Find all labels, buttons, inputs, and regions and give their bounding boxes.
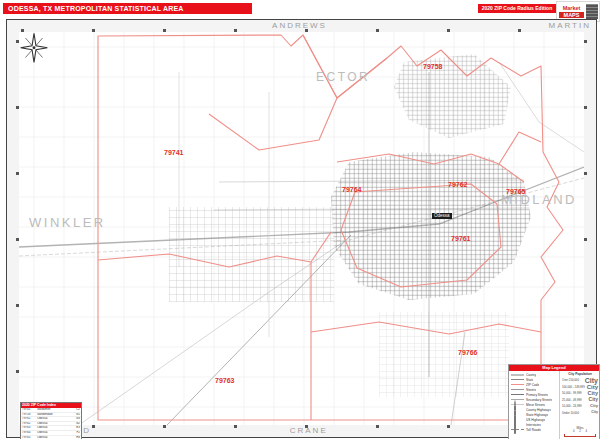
city-size-sample: City: [591, 411, 598, 415]
legend-body: County State ZIP Code Streets Primary St…: [509, 371, 599, 439]
grid-cell: F2: [72, 431, 81, 435]
population-range: Over 250,000: [562, 378, 579, 382]
grid-cell: E3: [72, 426, 81, 430]
south-odessa-area: [379, 312, 509, 397]
page-title: ODESSA, TX METROPOLITAN STATISTICAL AREA: [3, 3, 252, 14]
zip-label-79761: 79761: [451, 235, 470, 242]
brand-logo-line2: MAPS: [559, 12, 584, 18]
map-canvas: 79741 79758 79764 79762 79765 79761 7976…: [19, 32, 584, 425]
zip-line-sample: [511, 384, 524, 385]
zip-label-79758: 79758: [423, 63, 442, 70]
city-size-sample: City: [589, 397, 598, 402]
zip-cell: 79741: [21, 408, 37, 412]
county-label-winkler: WINKLER: [29, 215, 106, 230]
zip-label-79764: 79764: [342, 186, 361, 193]
adjacent-county-crane: CRANE: [290, 426, 328, 435]
zip-cell: 79758: [21, 413, 37, 417]
zip-cell: 79763: [21, 426, 37, 430]
zip-label-79766: 79766: [458, 349, 477, 356]
city-size-sample: City: [587, 384, 598, 390]
name-cell: Goldsmith: [37, 408, 72, 412]
city-label-odessa: Odessa: [432, 213, 452, 219]
scale-values: 0 2 4: [564, 430, 596, 433]
adjacent-county-andrews: ANDREWS: [272, 21, 327, 30]
scale-bar-line: [564, 434, 596, 437]
name-cell: Gardendale: [37, 413, 72, 417]
interstate-shield-icon: [514, 415, 516, 434]
adjacent-county-martin: MARTIN: [548, 21, 591, 30]
zip-cell: 79761: [21, 417, 37, 421]
logo-detail-block: [586, 4, 598, 19]
population-range: 10,000 - 24,999: [562, 404, 582, 408]
map-page: ODESSA, TX METROPOLITAN STATISTICAL AREA…: [0, 0, 600, 439]
city-size-sample: City: [588, 391, 598, 397]
population-row: Under 10,000City: [562, 410, 598, 417]
zip-label-79762: 79762: [448, 181, 467, 188]
legend-item-label: County: [526, 373, 536, 377]
legend-item-label: Toll Roads: [526, 428, 541, 432]
zip-label-79741: 79741: [164, 149, 183, 156]
compass-rose-icon: [19, 32, 49, 66]
legend-item-label: Primary Streets: [526, 393, 548, 397]
legend-item-label: State: [526, 378, 533, 382]
legend-population-column: City Population Over 250,000City 100,000…: [559, 371, 599, 439]
population-range: 50,000 - 99,999: [562, 391, 582, 395]
zip-cell: 79764: [21, 431, 37, 435]
legend-item-label: Interstates: [526, 423, 541, 427]
population-range: 25,000 - 49,999: [562, 398, 582, 402]
state-line-sample: [511, 379, 524, 380]
grid-cell: H3: [72, 436, 81, 439]
grid-cell: G2: [72, 422, 81, 426]
grid-cell: G3: [72, 417, 81, 421]
name-cell: Odessa: [37, 422, 72, 426]
map-legend: Map Legend County State ZIP Code Streets…: [508, 364, 600, 439]
population-range: 100,000 - 249,999: [562, 385, 585, 389]
legend-item-label: Minor Streets: [526, 403, 545, 407]
legend-item-label: US Highways: [526, 418, 545, 422]
zip-cell: 79765: [21, 436, 37, 439]
legend-item-label: State Highways: [526, 413, 548, 417]
edition-banner: 2020 ZIP Code Radius Edition: [478, 4, 556, 13]
zip-label-79763: 79763: [215, 377, 234, 384]
scale-bar: Miles 0 2 4: [562, 426, 598, 439]
legend-item-label: Secondary Streets: [526, 398, 552, 402]
zip-cell: 79762: [21, 422, 37, 426]
street-line-sample: [511, 389, 524, 390]
population-range: Under 10,000: [562, 411, 579, 415]
county-label-midland: MIDLAND: [501, 192, 577, 207]
west-odessa-area: [169, 207, 334, 302]
brand-logo-text: Market MAPS: [557, 5, 586, 18]
legend-item-label: ZIP Code: [526, 383, 539, 387]
grid-cell: G1: [72, 413, 81, 417]
name-cell: Odessa: [37, 436, 72, 439]
toll-road-line-sample: [511, 429, 524, 430]
legend-item-label: Streets: [526, 388, 536, 392]
name-cell: Odessa: [37, 417, 72, 421]
county-line-sample: [511, 374, 524, 376]
county-label-ector: ECTOR: [316, 70, 370, 84]
legend-item-label: County Highways: [526, 408, 551, 412]
zip-index-table: 2020 ZIP Code Index 79741GoldsmithC2 797…: [20, 402, 82, 439]
primary-street-line-sample: [511, 394, 524, 395]
grid-cell: C2: [72, 408, 81, 412]
name-cell: Odessa: [37, 426, 72, 430]
city-size-sample: City: [590, 404, 598, 408]
legend-symbols-column: County State ZIP Code Streets Primary St…: [509, 371, 559, 439]
name-cell: Odessa: [37, 431, 72, 435]
brand-logo-line1: Market: [563, 5, 581, 11]
table-row: 79765OdessaH3: [21, 436, 81, 439]
